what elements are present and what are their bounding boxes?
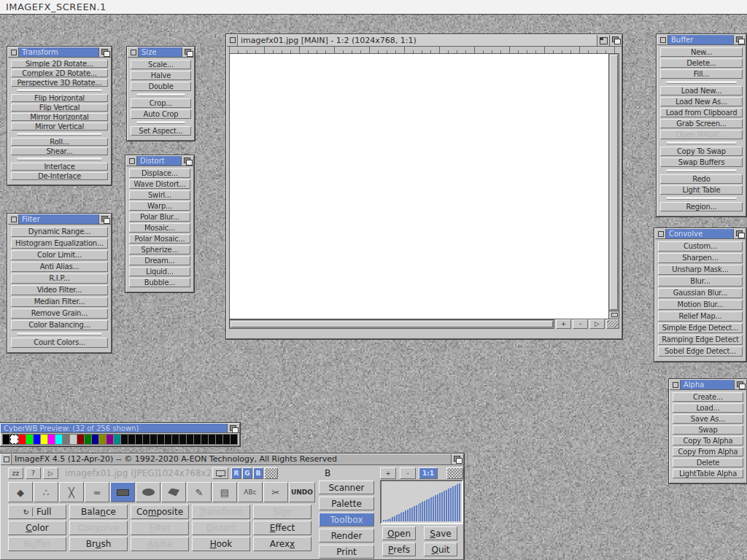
perspective-3d-rotate-button[interactable]: Perspective 3D Rotate... <box>11 79 108 87</box>
filter-titlebar[interactable]: Filter <box>8 214 111 225</box>
color-swatch-13[interactable] <box>99 435 106 444</box>
save-button[interactable]: Save <box>424 526 457 540</box>
zoom-gadget-icon[interactable] <box>597 35 609 46</box>
swap-button[interactable]: Swap <box>673 425 743 435</box>
shear-button[interactable]: Shear... <box>11 147 108 155</box>
open-magic-button[interactable]: Open MAGIC... <box>660 130 743 139</box>
prefs-button[interactable]: Prefs <box>382 542 416 556</box>
alpha-button[interactable]: Alpha <box>131 537 189 551</box>
horizontal-scrollbar-thumb[interactable] <box>231 321 553 327</box>
copy-to-swap-button[interactable]: Copy To Swap <box>660 147 743 156</box>
delete-button[interactable]: Delete <box>673 458 743 467</box>
color-swatch-16[interactable] <box>121 435 128 444</box>
sleep-button[interactable]: zz <box>8 467 23 479</box>
liquid-button[interactable]: Liquid... <box>129 267 190 276</box>
color-swatch-17[interactable] <box>128 435 135 444</box>
sharpen-button[interactable]: Sharpen... <box>658 253 743 263</box>
halve-button[interactable]: Halve <box>131 71 191 80</box>
color-swatch-26[interactable] <box>194 435 201 444</box>
histogram-equalization-button[interactable]: Histogram Equalization... <box>11 238 108 249</box>
arexx-button[interactable]: Arexx <box>253 537 311 551</box>
render-button[interactable]: Render <box>319 529 374 542</box>
gaussian-blur-button[interactable]: Gaussian Blur... <box>658 288 743 298</box>
color-swatch-20[interactable] <box>150 435 157 444</box>
depth-icon[interactable] <box>227 424 239 432</box>
auto-crop-button[interactable]: Auto Crop <box>131 109 191 119</box>
play-macro-button[interactable]: ▷ <box>43 467 58 479</box>
color-swatch-18[interactable] <box>136 435 142 444</box>
color-swatch-22[interactable] <box>165 435 171 444</box>
toolbar-titlebar[interactable]: ImageFX 4.5 (12-Apr-20) -- © 1992-2020 A… <box>1 454 463 465</box>
color-swatch-4[interactable] <box>34 435 40 444</box>
close-icon[interactable] <box>657 35 668 44</box>
red-channel-button[interactable]: R <box>231 467 241 479</box>
new-button[interactable]: New... <box>660 47 743 57</box>
anti-alias-button[interactable]: Anti Alias... <box>11 262 108 272</box>
screen-mode-icon[interactable] <box>212 467 228 479</box>
buffer-titlebar[interactable]: Buffer <box>657 35 746 45</box>
color-balancing-button[interactable]: Color Balancing... <box>11 320 108 330</box>
screen-titlebar[interactable]: IMAGEFX_SCREEN.1 <box>0 0 747 15</box>
color-swatch-3[interactable] <box>26 435 33 444</box>
load-new-as-button[interactable]: Load New As... <box>660 97 743 106</box>
size-titlebar[interactable]: Size <box>128 47 194 58</box>
simple-2d-rotate-button[interactable]: Simple 2D Rotate... <box>11 60 108 68</box>
close-icon[interactable] <box>655 229 666 238</box>
lighttable-alpha-button[interactable]: LightTable Alpha <box>673 469 743 478</box>
median-filter-button[interactable]: Median Filter... <box>11 297 108 307</box>
color-swatch-19[interactable] <box>143 435 150 444</box>
zoom-in-button[interactable]: + <box>380 467 396 479</box>
toolbox-button[interactable]: Toolbox <box>319 513 374 526</box>
depth-icon[interactable] <box>733 35 746 44</box>
vertical-scrollbar-thumb[interactable] <box>610 55 618 310</box>
filter-button[interactable]: Filter <box>131 521 189 535</box>
simple-edge-detect-button[interactable]: Simple Edge Detect... <box>658 323 743 333</box>
depth-icon[interactable] <box>98 47 111 57</box>
zoom-out-button[interactable]: - <box>573 319 588 329</box>
undo-button[interactable]: UNDO <box>289 482 315 502</box>
color-swatch-15[interactable] <box>114 435 120 444</box>
depth-icon[interactable] <box>181 156 193 166</box>
relief-map-button[interactable]: Relief Map... <box>658 311 743 322</box>
displace-button[interactable]: Displace... <box>129 168 190 178</box>
wave-distort-button[interactable]: Wave Distort... <box>129 179 190 189</box>
alpha-titlebar[interactable]: Alpha <box>670 380 746 390</box>
zoom-out-button[interactable]: - <box>400 467 416 479</box>
hook-button[interactable]: Hook <box>192 537 250 551</box>
buffer-button[interactable]: Buffer <box>8 537 66 551</box>
r-i-p-button[interactable]: R.I.P... <box>11 273 108 284</box>
flip-vertical-button[interactable]: Flip Vertical <box>11 104 108 112</box>
ramping-edge-detect-button[interactable]: Ramping Edge Detect <box>658 335 743 345</box>
help-button[interactable]: ? <box>26 467 41 479</box>
scanner-button[interactable]: Scanner <box>319 481 374 494</box>
vertical-scrollbar[interactable] <box>609 53 619 319</box>
load-button[interactable]: Load... <box>673 403 743 413</box>
video-filter-button[interactable]: Video Filter... <box>11 285 108 295</box>
box-tool-icon[interactable] <box>110 482 135 502</box>
color-swatch-12[interactable] <box>92 435 98 444</box>
dream-button[interactable]: Dream... <box>129 256 190 265</box>
complex-2d-rotate-button[interactable]: Complex 2D Rotate... <box>11 69 108 77</box>
count-colors-button[interactable]: Count Colors... <box>11 338 108 348</box>
polygon-tool-icon[interactable] <box>161 482 186 502</box>
pan-button[interactable]: ▷ <box>589 319 605 329</box>
polar-blur-button[interactable]: Polar Blur... <box>129 212 190 222</box>
copy-from-alpha-button[interactable]: Copy From Alpha <box>673 447 743 456</box>
de-interlace-button[interactable]: De-Interlace <box>11 172 108 180</box>
distort-titlebar[interactable]: Distort <box>126 156 193 166</box>
depth-icon[interactable] <box>734 380 746 389</box>
screen-toggle-icon[interactable] <box>446 467 463 479</box>
delete-button[interactable]: Delete... <box>660 58 743 68</box>
effect-button[interactable]: Effect <box>253 521 311 535</box>
palette-titlebar[interactable]: CyberWB Preview: (32 of 256 shown) <box>1 424 239 433</box>
color-swatch-23[interactable] <box>172 435 179 444</box>
close-icon[interactable] <box>128 47 139 57</box>
color-swatch-2[interactable] <box>19 435 26 444</box>
dynamic-range-button[interactable]: Dynamic Range... <box>11 227 108 237</box>
full-button[interactable]: ↻Full <box>8 505 66 519</box>
zoom-in-button[interactable]: + <box>556 319 571 329</box>
double-button[interactable]: Double <box>131 82 191 91</box>
depth-icon[interactable] <box>98 214 111 224</box>
convolve-titlebar[interactable]: Convolve <box>655 229 746 239</box>
depth-icon[interactable] <box>733 229 746 238</box>
